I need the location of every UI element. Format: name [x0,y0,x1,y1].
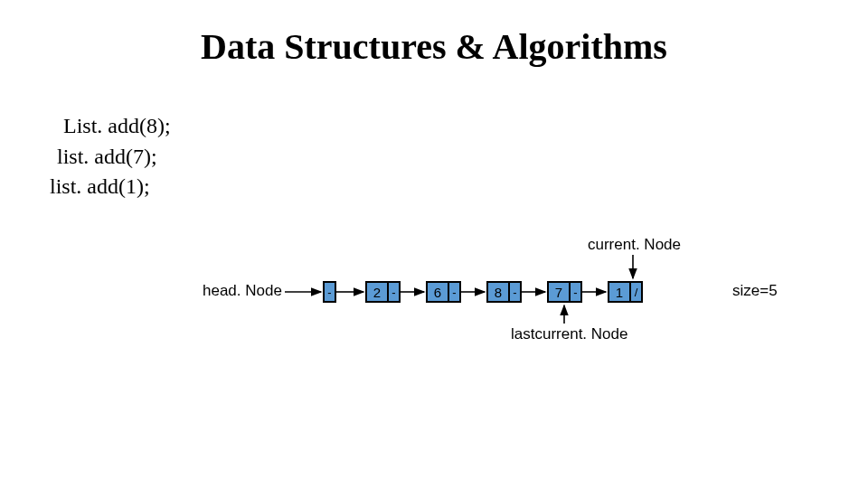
current-node-label: current. Node [588,236,681,254]
list-node-1-value: 2 [367,283,387,301]
list-node-1: 2 - [365,281,401,303]
list-node-3-value: 8 [488,283,508,301]
list-node-5: 1 / [608,281,643,303]
list-node-4-ptr: - [569,283,580,301]
list-node-3: 8 - [486,281,522,303]
head-node-label: head. Node [203,282,282,300]
code-line-1: List. add(8); [63,111,171,142]
list-node-2: 6 - [426,281,461,303]
list-node-2-value: 6 [428,283,448,301]
arrows-overlay [0,0,868,488]
list-node-3-ptr: - [508,283,520,301]
size-label: size=5 [732,282,778,300]
head-sentinel-ptr: - [325,283,335,301]
head-sentinel-node: - [323,281,336,303]
code-line-3: list. add(1); [50,172,171,202]
last-current-node-label: lastcurrent. Node [511,325,627,343]
code-line-2: list. add(7); [57,142,171,173]
list-node-4-value: 7 [549,283,569,301]
list-node-1-ptr: - [387,283,399,301]
list-node-5-nil: / [629,283,641,301]
page-title: Data Structures & Algorithms [0,25,868,68]
list-node-5-value: 1 [609,283,629,301]
list-node-4: 7 - [547,281,582,303]
code-block: List. add(8); list. add(7); list. add(1)… [0,111,171,202]
list-node-2-ptr: - [448,283,459,301]
